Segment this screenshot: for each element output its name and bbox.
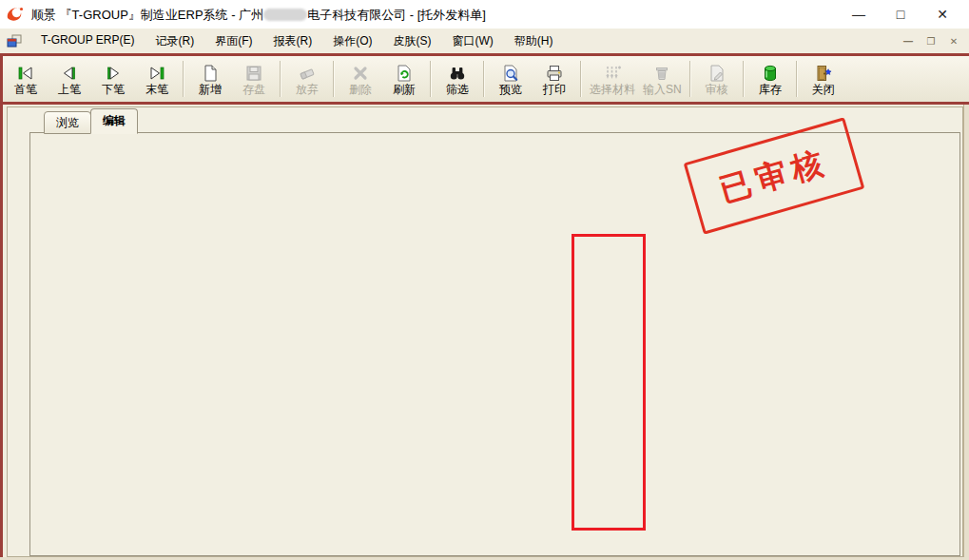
toolbar-button-label: 下笔 [102, 84, 125, 96]
toolbar-button-label: 首笔 [14, 84, 37, 96]
binoculars-icon [448, 64, 467, 83]
close-door-icon [814, 64, 833, 83]
input-sn-icon [652, 64, 671, 83]
maximize-button[interactable]: □ [880, 1, 921, 28]
menu-operation[interactable]: 操作(O) [322, 29, 382, 53]
toolbar-button-label: 审核 [706, 84, 728, 96]
print-button[interactable]: 打印 [533, 62, 576, 97]
toolbar-button-label: 放弃 [296, 84, 319, 96]
eraser-icon [298, 64, 317, 83]
save-button: 存盘 [232, 62, 276, 97]
toolbar-button-label: 库存 [759, 84, 782, 96]
menu-record[interactable]: 记录(R) [145, 29, 204, 53]
toolbar-button-label: 上笔 [58, 84, 81, 96]
window-right-border [963, 105, 969, 560]
toolbar-button-label: 预览 [499, 84, 522, 96]
select-material-button: 选择材料 [586, 62, 639, 97]
delete-button: 删除 [339, 62, 382, 97]
preview-button[interactable]: 预览 [489, 62, 533, 97]
tab-browse[interactable]: 浏览 [44, 111, 91, 134]
mdi-close-button[interactable]: ✕ [946, 34, 961, 48]
inventory-button[interactable]: 库存 [748, 62, 792, 97]
menu-window[interactable]: 窗口(W) [441, 29, 503, 53]
input-sn-button: 输入SN [639, 62, 686, 97]
toolbar-separator [183, 61, 184, 97]
nav-prev-icon [60, 64, 79, 83]
last-record-button[interactable]: 末笔 [135, 62, 179, 97]
menu-report[interactable]: 报表(R) [262, 29, 322, 53]
preview-icon [501, 64, 520, 83]
toolbar-button-label: 删除 [349, 84, 372, 96]
toolbar-separator [580, 61, 582, 97]
toolbar-button-label: 末笔 [145, 84, 168, 96]
inventory-db-icon [761, 64, 780, 83]
toolbar: 首笔上笔下笔末笔新增存盘放弃删除刷新筛选预览打印选择材料输入SN审核库存关闭 [0, 56, 969, 102]
nav-last-icon [147, 64, 166, 83]
new-doc-icon [201, 64, 220, 83]
shunjing-logo-icon [5, 4, 26, 25]
menu-interface[interactable]: 界面(F) [204, 29, 262, 53]
new-button[interactable]: 新增 [188, 62, 232, 97]
toolbar-separator [483, 61, 485, 97]
prev-record-button[interactable]: 上笔 [48, 62, 91, 97]
toolbar-separator [280, 61, 281, 97]
window-controls: — □ ✕ [838, 0, 963, 29]
erp-window: 顺景 『T-GROUP』制造业ERP系统 - 广州电子科技有限公司 - [托外发… [0, 0, 969, 560]
audit-button: 审核 [695, 62, 739, 97]
printer-icon [545, 64, 564, 83]
nav-first-icon [16, 64, 35, 83]
toolbar-separator [796, 61, 798, 97]
toolbar-separator [743, 61, 745, 97]
menubar: T-GROUP ERP(E)记录(R)界面(F)报表(R)操作(O)皮肤(S)窗… [0, 29, 969, 53]
menu-items: T-GROUP ERP(E)记录(R)界面(F)报表(R)操作(O)皮肤(S)窗… [30, 29, 563, 53]
toolbar-button-label: 筛选 [446, 84, 469, 96]
menu-skin[interactable]: 皮肤(S) [382, 29, 441, 53]
select-material-icon [603, 64, 622, 83]
toolbar-separator [430, 61, 432, 97]
menu-help[interactable]: 帮助(H) [504, 29, 564, 53]
toolbar-separator [689, 61, 691, 97]
save-floppy-icon [244, 64, 263, 83]
mdi-window-controls: — ❐ ✕ [901, 29, 961, 53]
redacted-company-name [263, 9, 307, 21]
maroon-divider-bottom [0, 102, 969, 105]
tab-edit[interactable]: 编辑 [90, 108, 138, 134]
toolbar-button-label: 存盘 [242, 84, 265, 96]
refresh-icon [395, 64, 414, 83]
refresh-button[interactable]: 刷新 [382, 62, 426, 97]
audit-doc-icon [707, 64, 727, 83]
delete-x-icon [351, 64, 370, 83]
toolbar-button-label: 打印 [543, 84, 566, 96]
toolbar-button-label: 输入SN [643, 84, 682, 96]
filter-button[interactable]: 筛选 [436, 62, 479, 97]
minimize-button[interactable]: — [838, 1, 880, 28]
nav-next-icon [104, 64, 123, 83]
mdi-child-icon [6, 32, 23, 49]
mdi-minimize-button[interactable]: — [901, 34, 916, 48]
close-button[interactable]: 关闭 [802, 62, 845, 97]
mdi-restore-button[interactable]: ❐ [923, 34, 939, 48]
menu-tgroup-erp[interactable]: T-GROUP ERP(E) [30, 29, 145, 53]
titlebar: 顺景 『T-GROUP』制造业ERP系统 - 广州电子科技有限公司 - [托外发… [0, 0, 969, 29]
discard-button: 放弃 [285, 62, 329, 97]
toolbar-button-label: 刷新 [393, 84, 416, 96]
close-button[interactable]: ✕ [921, 1, 963, 28]
window-left-border [0, 53, 3, 560]
first-record-button[interactable]: 首笔 [4, 62, 48, 97]
window-title: 顺景 『T-GROUP』制造业ERP系统 - 广州电子科技有限公司 - [托外发… [31, 7, 486, 24]
toolbar-separator [333, 61, 335, 97]
toolbar-button-label: 关闭 [812, 84, 835, 96]
next-record-button[interactable]: 下笔 [91, 62, 135, 97]
toolbar-button-label: 新增 [199, 84, 222, 96]
toolbar-button-label: 选择材料 [590, 84, 635, 96]
